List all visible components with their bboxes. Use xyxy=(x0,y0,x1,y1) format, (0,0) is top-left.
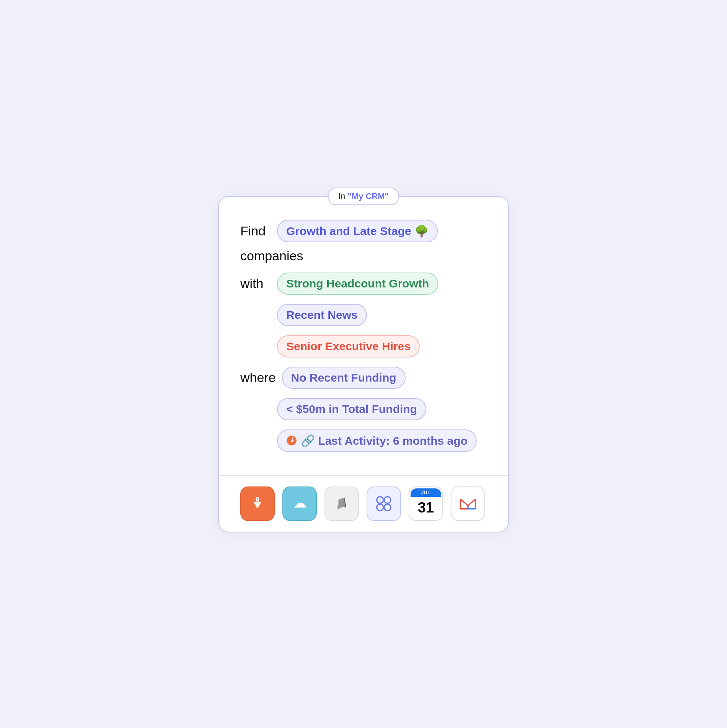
app-hubspot[interactable] xyxy=(240,486,275,521)
gcal-inner: JUL 31 xyxy=(411,488,441,519)
tag-last-activity[interactable]: 🔗 Last Activity: 6 months ago xyxy=(277,429,477,452)
crm-badge-prefix: In xyxy=(338,191,347,201)
tag-headcount[interactable]: Strong Headcount Growth xyxy=(277,273,438,295)
companies-label: companies xyxy=(240,248,303,263)
gcal-day: 31 xyxy=(411,497,441,519)
tag-senior-exec[interactable]: Senior Executive Hires xyxy=(277,335,420,357)
svg-text:☁: ☁ xyxy=(293,495,306,510)
notion-logo-icon xyxy=(373,493,395,515)
indent-section-2: < $50m in Total Funding 🔗 Last Activity:… xyxy=(240,398,487,452)
apps-bar: ☁ xyxy=(219,475,508,532)
query-row-find: Find Growth and Late Stage 🌳 companies xyxy=(240,220,487,263)
app-gmail[interactable] xyxy=(451,486,485,521)
hubspot-mini-icon xyxy=(286,435,297,446)
query-section: Find Growth and Late Stage 🌳 companies w… xyxy=(240,220,487,475)
craft-logo-icon xyxy=(331,493,353,515)
gcal-month: JUL xyxy=(411,488,441,497)
query-card: Find Growth and Late Stage 🌳 companies w… xyxy=(218,196,509,532)
indent-row-funding: < $50m in Total Funding xyxy=(277,398,487,420)
indent-section: Recent News Senior Executive Hires xyxy=(240,304,487,357)
tag-recent-news[interactable]: Recent News xyxy=(277,304,367,326)
indent-row-news: Recent News xyxy=(277,304,487,326)
query-row-where: where No Recent Funding xyxy=(240,367,487,389)
indent-row-activity: 🔗 Last Activity: 6 months ago xyxy=(277,429,487,452)
app-notion[interactable] xyxy=(367,486,401,521)
app-craft[interactable] xyxy=(324,486,359,521)
where-label: where xyxy=(240,370,276,385)
with-label: with xyxy=(240,276,271,291)
svg-rect-17 xyxy=(373,493,395,515)
svg-point-7 xyxy=(255,502,260,507)
svg-point-9 xyxy=(257,498,259,499)
gmail-logo-icon xyxy=(457,493,479,515)
tag-total-funding[interactable]: < $50m in Total Funding xyxy=(277,398,426,420)
indent-row-exec: Senior Executive Hires xyxy=(277,335,487,357)
tag-growth-stage[interactable]: Growth and Late Stage 🌳 xyxy=(277,220,438,242)
salesforce-logo-icon: ☁ xyxy=(289,493,311,515)
find-label: Find xyxy=(240,224,271,238)
hubspot-logo-icon xyxy=(246,493,269,515)
app-gcal[interactable]: JUL 31 xyxy=(409,486,443,521)
query-row-with: with Strong Headcount Growth xyxy=(240,273,487,295)
main-card-wrapper: In "My CRM" Find Growth and Late Stage 🌳… xyxy=(218,196,509,532)
crm-badge[interactable]: In "My CRM" xyxy=(328,188,399,205)
crm-badge-name: "My CRM" xyxy=(347,191,389,201)
tag-no-funding[interactable]: No Recent Funding xyxy=(282,367,406,389)
app-salesforce[interactable]: ☁ xyxy=(282,486,317,521)
